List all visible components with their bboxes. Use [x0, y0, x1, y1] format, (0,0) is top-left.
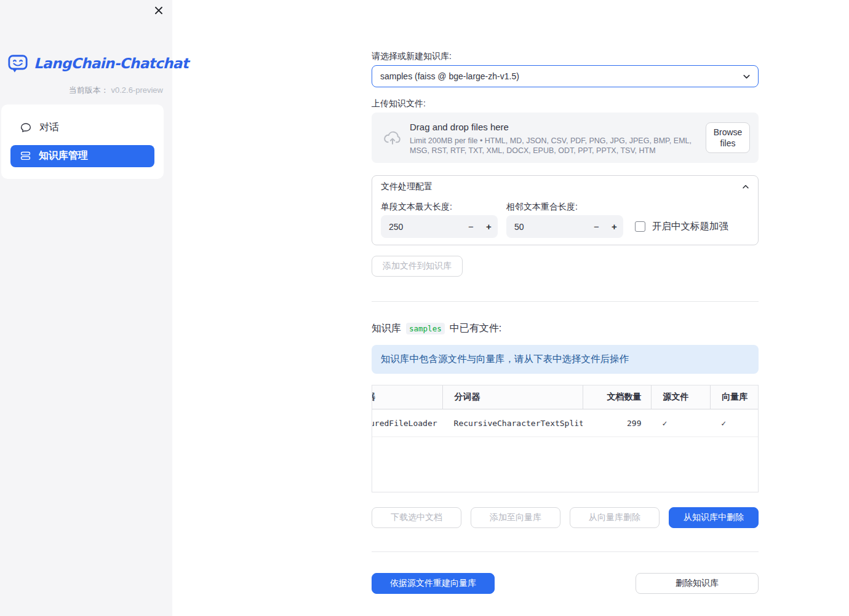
- file-actions-row: 下载选中文档 添加至向量库 从向量库删除 从知识库中删除: [372, 507, 759, 528]
- column-header-source-file[interactable]: 源文件: [651, 385, 711, 409]
- cell-vector-store-check: ✓: [710, 419, 758, 428]
- overlap-size-label: 相邻文本重合长度:: [506, 202, 578, 213]
- delete-from-vector-store-button[interactable]: 从向量库删除: [570, 507, 660, 528]
- zh-title-enhance-checkbox[interactable]: [635, 221, 645, 232]
- logo-text: LangChain-Chatchat: [34, 55, 188, 71]
- column-header-splitter[interactable]: 分词器: [442, 385, 583, 409]
- chunk-size-minus-button[interactable]: −: [462, 215, 480, 238]
- main-content: 请选择或新建知识库: samples (faiss @ bge-large-zh…: [372, 0, 759, 616]
- chunk-size-value: 250: [381, 222, 462, 232]
- delete-from-kb-button[interactable]: 从知识库中删除: [669, 507, 759, 528]
- kb-select-label: 请选择或新建知识库:: [372, 51, 452, 62]
- kb-files-heading: 知识库 samples 中已有文件:: [372, 322, 501, 335]
- chunk-size-input[interactable]: 250 − +: [381, 215, 498, 238]
- sidebar-item-knowledge-base[interactable]: 知识库管理: [10, 145, 154, 167]
- dropzone-hint: Limit 200MB per file • HTML, MD, JSON, C…: [410, 136, 704, 156]
- version-value: v0.2.6-preview: [111, 85, 163, 95]
- add-files-to-kb-button[interactable]: 添加文件到知识库: [372, 256, 463, 277]
- kb-bottom-actions: 依据源文件重建向量库 删除知识库: [372, 573, 759, 594]
- zh-title-enhance-label: 开启中文标题加强: [652, 220, 728, 233]
- cell-source-file-check: ✓: [651, 419, 711, 428]
- overlap-size-input[interactable]: 50 − +: [506, 215, 623, 238]
- overlap-size-plus-button[interactable]: +: [605, 215, 623, 238]
- column-header-vector-store[interactable]: 向量库: [710, 385, 758, 409]
- chunk-size-label: 单段文本最大长度:: [381, 202, 452, 213]
- dropzone-title: Drag and drop files here: [410, 122, 509, 132]
- cloud-upload-icon: [383, 128, 402, 147]
- file-config-expander-header[interactable]: 文件处理配置: [372, 176, 758, 198]
- upload-label: 上传知识文件:: [372, 98, 426, 109]
- stacked-cards-icon: [20, 151, 31, 161]
- sidebar-menu: 对话 知识库管理: [1, 105, 164, 179]
- divider: [372, 551, 759, 552]
- info-alert: 知识库中包含源文件与向量库，请从下表中选择文件后操作: [372, 345, 759, 374]
- delete-kb-button[interactable]: 删除知识库: [636, 573, 759, 594]
- file-config-expander: 文件处理配置 单段文本最大长度: 250 − + 相邻文本重合长度: 50 − …: [372, 175, 759, 245]
- sidebar-item-label: 对话: [39, 121, 59, 134]
- close-sidebar-icon[interactable]: [153, 5, 164, 16]
- column-header-doc-count[interactable]: 文档数量: [583, 385, 651, 409]
- kb-files-suffix: 中已有文件:: [450, 322, 501, 335]
- sidebar-item-dialogue[interactable]: 对话: [10, 117, 154, 139]
- overlap-size-minus-button[interactable]: −: [588, 215, 605, 238]
- cell-doc-count: 299: [583, 419, 651, 428]
- rebuild-vector-store-button[interactable]: 依据源文件重建向量库: [372, 573, 495, 594]
- file-dropzone[interactable]: Drag and drop files here Limit 200MB per…: [372, 113, 759, 163]
- info-alert-text: 知识库中包含源文件与向量库，请从下表中选择文件后操作: [381, 353, 629, 366]
- zh-title-enhance-row: 开启中文标题加强: [635, 220, 728, 233]
- kb-files-prefix: 知识库: [372, 322, 401, 335]
- chevron-up-icon: [741, 183, 750, 191]
- cell-loader: uredFileLoader: [372, 419, 442, 428]
- app-logo: LangChain-Chatchat: [7, 53, 188, 74]
- sidebar: LangChain-Chatchat 当前版本： v0.2.6-preview …: [0, 0, 172, 616]
- overlap-size-value: 50: [506, 222, 588, 232]
- version-label: 当前版本：: [69, 85, 109, 95]
- chat-bubble-icon: [20, 122, 31, 133]
- version-info: 当前版本： v0.2.6-preview: [69, 85, 163, 96]
- file-config-title: 文件处理配置: [381, 181, 432, 192]
- browse-files-button[interactable]: Browse files: [706, 122, 750, 153]
- cell-splitter: RecursiveCharacterTextSplitter: [442, 419, 583, 428]
- chevron-down-icon: [742, 72, 751, 81]
- add-to-vector-store-button[interactable]: 添加至向量库: [471, 507, 560, 528]
- kb-files-table[interactable]: 器 分词器 文档数量 源文件 向量库 uredFileLoader Recurs…: [372, 385, 759, 492]
- column-header-loader[interactable]: 器: [372, 385, 442, 409]
- kb-selectbox-value: samples (faiss @ bge-large-zh-v1.5): [380, 71, 519, 81]
- table-row[interactable]: uredFileLoader RecursiveCharacterTextSpl…: [372, 409, 758, 437]
- sidebar-item-label: 知识库管理: [39, 149, 88, 162]
- download-selected-button[interactable]: 下载选中文档: [372, 507, 461, 528]
- divider: [372, 301, 759, 302]
- kb-selectbox[interactable]: samples (faiss @ bge-large-zh-v1.5): [372, 65, 759, 87]
- logo-chat-smiley-icon: [7, 53, 28, 74]
- chunk-size-plus-button[interactable]: +: [480, 215, 498, 238]
- table-header-row: 器 分词器 文档数量 源文件 向量库: [372, 385, 758, 409]
- kb-name-code: samples: [406, 323, 445, 334]
